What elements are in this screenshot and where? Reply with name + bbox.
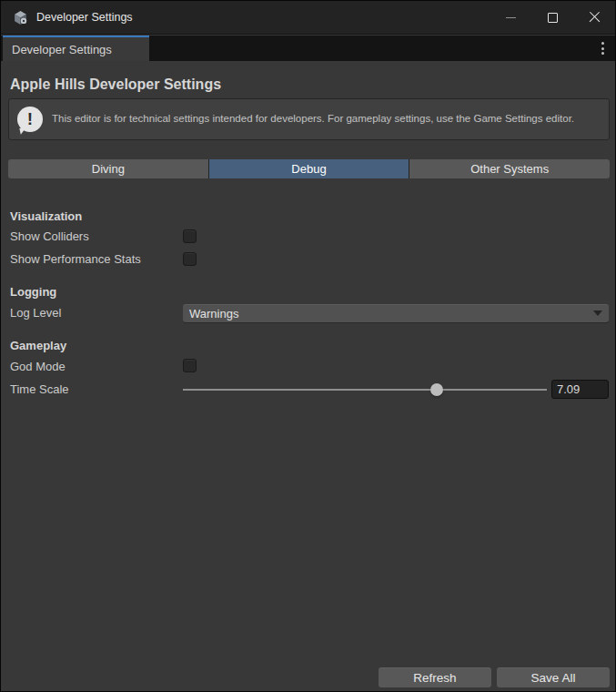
show-colliders-label: Show Colliders <box>10 229 89 243</box>
show-performance-stats-label: Show Performance Stats <box>10 252 141 266</box>
section-header-gameplay: Gameplay <box>10 339 66 352</box>
tab-developer-settings[interactable]: Developer Settings <box>3 36 149 61</box>
time-scale-label: Time Scale <box>10 382 69 396</box>
time-scale-slider-thumb[interactable] <box>430 383 443 396</box>
page-title: Apple Hills Developer Settings <box>10 76 221 93</box>
tab-diving[interactable]: Diving <box>8 159 209 178</box>
minimize-button[interactable] <box>490 1 531 34</box>
time-scale-slider-track <box>183 389 547 391</box>
titlebar: Developer Settings <box>1 1 615 35</box>
helpbox-text: This editor is for technical settings in… <box>52 111 587 127</box>
save-all-button[interactable]: Save All <box>497 667 610 687</box>
unity-cube-icon <box>13 10 28 25</box>
log-level-label: Log Level <box>10 306 61 320</box>
show-colliders-checkbox[interactable] <box>183 229 197 243</box>
developer-settings-window: Developer Settings Developer Settings Ap… <box>0 0 616 692</box>
close-button[interactable] <box>573 1 615 34</box>
alert-icon-glyph: ! <box>17 107 43 132</box>
tab-debug[interactable]: Debug <box>209 159 410 178</box>
god-mode-checkbox[interactable] <box>183 359 197 372</box>
minimize-icon <box>506 17 516 18</box>
section-header-logging: Logging <box>10 285 56 299</box>
time-scale-value-field[interactable]: 7.09 <box>551 380 609 399</box>
info-helpbox: ! This editor is for technical settings … <box>8 98 610 140</box>
section-header-visualization: Visualization <box>10 209 82 223</box>
close-icon <box>589 12 601 24</box>
alert-bubble-icon: ! <box>17 107 43 132</box>
mode-tab-bar: Diving Debug Other Systems <box>8 159 610 178</box>
time-scale-slider[interactable] <box>183 381 547 398</box>
god-mode-label: God Mode <box>10 360 66 373</box>
time-scale-value: 7.09 <box>557 382 580 396</box>
window-controls <box>490 1 615 34</box>
tab-other-systems[interactable]: Other Systems <box>409 159 610 178</box>
log-level-dropdown[interactable]: Warnings <box>183 304 609 322</box>
refresh-button[interactable]: Refresh <box>379 667 491 687</box>
maximize-button[interactable] <box>531 1 573 34</box>
maximize-icon <box>548 13 558 23</box>
tab-label: Developer Settings <box>12 43 112 56</box>
log-level-value: Warnings <box>189 307 238 321</box>
show-performance-stats-checkbox[interactable] <box>183 252 197 266</box>
tab-strip: Developer Settings <box>1 36 615 61</box>
kebab-menu-icon[interactable] <box>601 36 604 61</box>
window-title: Developer Settings <box>36 11 133 24</box>
chevron-down-icon <box>593 310 602 316</box>
